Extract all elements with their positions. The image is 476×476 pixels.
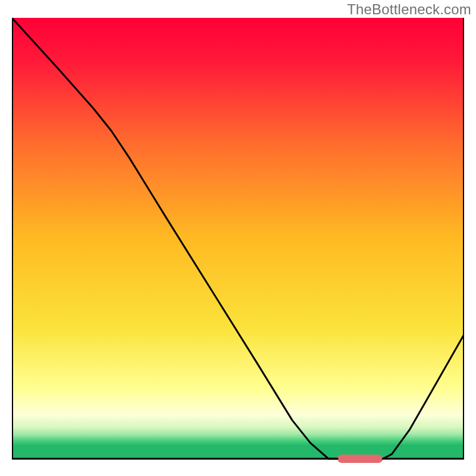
svg-rect-4 bbox=[337, 455, 383, 463]
bottleneck-chart bbox=[12, 18, 464, 470]
watermark-text: TheBottleneck.com bbox=[347, 1, 471, 18]
plot-area bbox=[12, 18, 464, 470]
svg-rect-0 bbox=[12, 18, 464, 459]
chart-container: TheBottleneck.com bbox=[0, 0, 476, 476]
